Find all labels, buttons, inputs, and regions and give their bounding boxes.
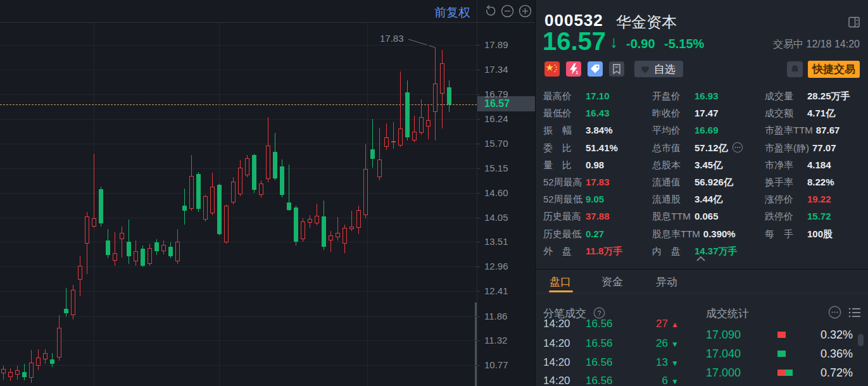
stat-item: 开盘价16.93 bbox=[652, 87, 719, 104]
memo-bookmark-icon[interactable] bbox=[609, 61, 624, 77]
list-view-icon[interactable] bbox=[848, 307, 861, 318]
tab-funds[interactable]: 资金 bbox=[601, 275, 623, 289]
volume-statistics-list: 17.0900.32%17.0400.36%17.0000.72% bbox=[706, 323, 853, 386]
tape-time: 14:20 bbox=[543, 319, 570, 333]
tag-label-icon[interactable] bbox=[588, 61, 603, 77]
favorite-label: 自选 bbox=[654, 62, 676, 77]
candle-body bbox=[398, 128, 403, 146]
stat-value: 4.184 bbox=[807, 159, 831, 170]
candle-body bbox=[343, 228, 347, 244]
panel-scrollbar-thumb[interactable] bbox=[858, 334, 864, 346]
ellipsis-circle-icon[interactable] bbox=[828, 306, 841, 319]
stat-value: 17.47 bbox=[695, 108, 719, 118]
stat-item: 委 比51.41% bbox=[543, 139, 618, 156]
candle-body bbox=[57, 328, 61, 358]
horizontal-gridline bbox=[0, 144, 477, 144]
tabbar-top-divider bbox=[535, 269, 868, 270]
stat-label: 平均价 bbox=[652, 121, 691, 139]
stat-item: 历史最高37.88 bbox=[543, 208, 610, 225]
tape-row: 14:2016.5626▼ bbox=[535, 334, 688, 353]
stat-label: 每 手 bbox=[765, 225, 804, 242]
tab-order-book[interactable]: 盘口 bbox=[550, 275, 571, 289]
candle-body bbox=[161, 245, 166, 251]
stat-item: 振 幅3.84% bbox=[543, 121, 613, 139]
price-change: -0.90 bbox=[626, 37, 655, 51]
stat-label: 历史最高 bbox=[543, 208, 582, 225]
horizontal-gridline bbox=[0, 266, 477, 267]
candle-body bbox=[356, 210, 361, 228]
candle-body bbox=[308, 219, 312, 223]
stat-label: 开盘价 bbox=[652, 87, 691, 104]
tick-trade-list[interactable]: 14:2016.5627▲14:2016.5626▼14:2016.5613▼1… bbox=[535, 319, 688, 386]
stat-value: 4.71亿 bbox=[807, 108, 835, 118]
buy-volume-square bbox=[777, 332, 786, 338]
active-tab-underline bbox=[549, 290, 573, 292]
stat-item: 涨停价19.22 bbox=[765, 190, 831, 208]
annotation-pointer-line bbox=[406, 37, 437, 49]
stat-label: 流通值 bbox=[652, 173, 691, 190]
level1-lightning-icon[interactable]: 1 bbox=[566, 61, 581, 77]
candlestick-plot[interactable]: 17.83 bbox=[0, 23, 477, 386]
stat-item: 股息率TTM0.390% bbox=[652, 225, 736, 242]
volume-stat-row: 17.0900.32% bbox=[706, 328, 853, 342]
candle-body bbox=[106, 240, 110, 255]
stat-value: 8.22% bbox=[807, 177, 834, 187]
collapse-chevron-icon[interactable] bbox=[695, 255, 707, 263]
volume-percent: 0.36% bbox=[821, 347, 853, 361]
price-axis-label: 13.51 bbox=[484, 236, 508, 247]
zoom-out-icon[interactable] bbox=[501, 4, 514, 18]
zoom-in-icon[interactable] bbox=[519, 4, 532, 18]
volume-percent: 0.32% bbox=[821, 328, 853, 342]
stat-value: 17.83 bbox=[586, 177, 610, 187]
stat-label: 最高价 bbox=[543, 87, 582, 104]
stat-value: 37.88 bbox=[586, 211, 610, 221]
stat-value: 0.065 bbox=[695, 211, 719, 221]
stat-label: 成交额 bbox=[765, 104, 804, 121]
candle-body bbox=[29, 363, 34, 378]
svg-text:1: 1 bbox=[576, 70, 579, 75]
price-axis-label: 17.34 bbox=[484, 64, 508, 75]
reset-zoom-icon[interactable] bbox=[484, 4, 497, 18]
horizontal-gridline bbox=[0, 218, 477, 218]
candle-body bbox=[433, 84, 437, 112]
stat-label: 流通股 bbox=[652, 190, 691, 208]
stat-item: 总股本3.45亿 bbox=[652, 156, 722, 173]
stat-item: 市盈率TTM87.67 bbox=[765, 121, 840, 139]
candle-body bbox=[141, 249, 145, 266]
stat-value: 0.98 bbox=[586, 159, 604, 170]
add-favorite-button[interactable]: 自选 bbox=[634, 61, 683, 77]
stat-label: 换手率 bbox=[765, 173, 804, 190]
panel-layout-icon[interactable] bbox=[848, 16, 860, 28]
china-market-flag-icon[interactable] bbox=[544, 61, 560, 77]
candle-body bbox=[113, 253, 117, 261]
stat-item: 跌停价15.72 bbox=[765, 208, 831, 225]
candle-body bbox=[196, 174, 201, 209]
stat-value: 11.8万手 bbox=[586, 246, 622, 256]
candle-body bbox=[8, 372, 13, 378]
horizontal-gridline bbox=[0, 242, 477, 242]
stat-item: 市盈率(静)77.07 bbox=[765, 139, 836, 156]
help-icon[interactable]: ? bbox=[593, 307, 605, 319]
price-axis-label: 12.41 bbox=[484, 285, 508, 296]
stat-label: 跌停价 bbox=[765, 208, 804, 225]
candle-body bbox=[168, 247, 173, 256]
stat-value: 9.05 bbox=[586, 194, 604, 204]
alert-bell-button[interactable] bbox=[787, 61, 803, 77]
tab-movements[interactable]: 异动 bbox=[656, 275, 677, 289]
volume-stat-row: 17.0000.72% bbox=[706, 366, 853, 380]
axis-tick-mark bbox=[477, 70, 480, 70]
candle-body bbox=[231, 182, 236, 202]
candle-body bbox=[384, 137, 389, 147]
stat-item: 量 比0.98 bbox=[543, 156, 604, 173]
candle-body bbox=[224, 206, 229, 242]
price-axis-label: 15.15 bbox=[484, 163, 508, 173]
stat-value: 28.25万手 bbox=[807, 90, 850, 101]
quick-trade-button[interactable]: 快捷交易 bbox=[808, 61, 860, 78]
candle-body bbox=[1, 369, 6, 373]
adjust-mode-link[interactable]: 前复权 bbox=[434, 4, 470, 21]
tape-direction-icon: ▼ bbox=[671, 354, 679, 373]
market-cap-more-icon[interactable] bbox=[732, 142, 743, 153]
price-axis-label: 16.79 bbox=[484, 89, 508, 99]
stat-label: 涨停价 bbox=[765, 190, 804, 208]
candle-body bbox=[426, 120, 431, 127]
